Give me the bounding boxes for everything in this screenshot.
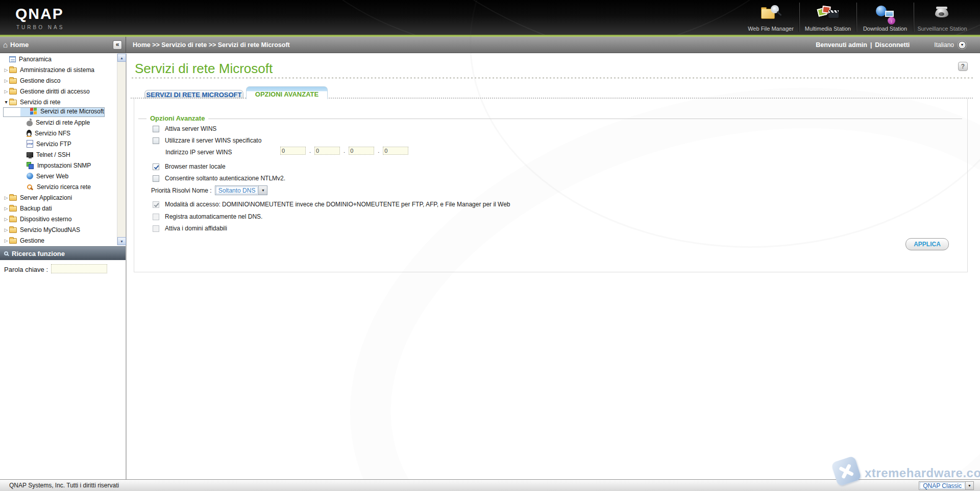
breadcrumb: Home >> Servizio di rete >> Servizi di r… bbox=[133, 37, 290, 53]
folder-icon bbox=[9, 67, 17, 73]
sidebar-item-servizi-di-rete-microsoft[interactable]: Servizi di rete Microsoft bbox=[3, 107, 105, 117]
download-station-icon: ↓ bbox=[873, 4, 897, 25]
function-search-title: Ricerca funzione bbox=[12, 250, 65, 258]
sidebar-item-backup-dati[interactable]: ▷ Backup dati bbox=[0, 203, 117, 214]
copyright-text: QNAP Systems, Inc. Tutti i diritti riser… bbox=[9, 482, 119, 489]
sidebar-collapse-button[interactable]: « bbox=[113, 40, 122, 50]
wins-ip-octet-1[interactable] bbox=[280, 147, 306, 155]
navigation-tree: Panoramica ▷ Amministrazione di sistema … bbox=[0, 54, 117, 245]
wins-ip-octet-3[interactable] bbox=[349, 147, 374, 155]
quicklink-web-file-manager[interactable]: Web File Manager bbox=[743, 2, 799, 33]
sidebar-item-telnet-ssh[interactable]: Telnet / SSH bbox=[0, 149, 117, 160]
surveillance-station-icon bbox=[930, 4, 954, 25]
apple-icon bbox=[27, 121, 33, 126]
quicklink-label: Surveillance Station bbox=[917, 26, 967, 32]
windows-icon bbox=[30, 108, 37, 115]
sidebar-item-gestione-disco[interactable]: ▷ Gestione disco bbox=[0, 75, 117, 86]
tab-opzioni-avanzate[interactable]: OPZIONI AVANZATE bbox=[246, 86, 328, 99]
overview-icon bbox=[9, 56, 16, 62]
option-row: Modalità di accesso: DOMINIO\NOMEUTENTE … bbox=[153, 200, 510, 208]
sidebar-item-server-web[interactable]: Server Web bbox=[0, 171, 117, 181]
checkbox-domini-affidabili[interactable] bbox=[153, 225, 159, 232]
chevron-down-icon[interactable]: ▼ bbox=[258, 186, 267, 195]
logout-link[interactable]: Disconnetti bbox=[875, 41, 910, 49]
quicklink-surveillance-station[interactable]: Surveillance Station bbox=[914, 2, 970, 33]
quicklink-multimedia-station[interactable]: Multimedia Station bbox=[800, 2, 856, 33]
expand-arrow-icon[interactable]: ▷ bbox=[3, 227, 9, 232]
language-dropdown-icon[interactable]: ▼ bbox=[958, 41, 966, 49]
network-nodes-icon bbox=[27, 162, 34, 169]
fieldset-line bbox=[138, 119, 962, 119]
sidebar-item-amministrazione-di-sistema[interactable]: ▷ Amministrazione di sistema bbox=[0, 64, 117, 75]
function-search-header[interactable]: Ricerca funzione bbox=[0, 246, 126, 260]
checkbox-registra-dns[interactable] bbox=[153, 214, 159, 220]
ftp-icon bbox=[27, 140, 33, 148]
wins-ip-octet-2[interactable] bbox=[314, 147, 340, 155]
sidebar-item-servizio-di-rete[interactable]: ▾ Servizio di rete bbox=[0, 97, 117, 107]
multimedia-station-icon bbox=[816, 4, 840, 25]
sidebar-item-servizio-mycloudnas[interactable]: ▷ Servizio MyCloudNAS bbox=[0, 224, 117, 235]
help-button[interactable]: ? bbox=[958, 62, 968, 71]
collapse-arrow-icon[interactable]: ▾ bbox=[3, 99, 9, 105]
network-search-icon bbox=[27, 184, 34, 190]
option-row: Attiva i domini affidabili bbox=[153, 224, 227, 232]
wins-ip-octet-4[interactable] bbox=[383, 147, 408, 155]
scroll-up-icon[interactable]: ▲ bbox=[117, 54, 126, 62]
sidebar-header: ⌂ Home « bbox=[0, 37, 126, 53]
checkbox-attiva-server-wins[interactable] bbox=[153, 126, 159, 132]
keyword-input[interactable] bbox=[51, 264, 107, 273]
welcome-text: Benvenuti admin bbox=[816, 41, 867, 49]
app-header: QNAP TURBO NAS Web File Manager Multimed… bbox=[0, 0, 980, 35]
quicklink-download-station[interactable]: ↓ Download Station bbox=[857, 2, 913, 33]
sidebar-item-gestione[interactable]: ▷ Gestione bbox=[0, 235, 117, 245]
theme-select[interactable]: QNAP Classic ▼ bbox=[919, 481, 974, 490]
scroll-down-icon[interactable]: ▼ bbox=[117, 237, 126, 245]
sidebar: Panoramica ▷ Amministrazione di sistema … bbox=[0, 54, 127, 479]
terminal-monitor-icon bbox=[27, 152, 33, 157]
linux-penguin-icon bbox=[27, 130, 32, 136]
user-area: Benvenuti admin | Disconnetti Italiano ▼ bbox=[816, 37, 966, 53]
chevron-down-icon[interactable]: ▼ bbox=[965, 482, 973, 489]
search-icon bbox=[4, 251, 8, 255]
expand-arrow-icon[interactable]: ▷ bbox=[3, 206, 9, 211]
folder-icon bbox=[9, 217, 17, 222]
sidebar-item-panoramica[interactable]: Panoramica bbox=[0, 54, 117, 64]
expand-arrow-icon[interactable]: ▷ bbox=[3, 217, 9, 222]
expand-arrow-icon[interactable]: ▷ bbox=[3, 67, 9, 73]
expand-arrow-icon[interactable]: ▷ bbox=[3, 195, 9, 200]
sidebar-item-servizi-di-rete-apple[interactable]: Servizi di rete Apple bbox=[0, 117, 117, 128]
apply-button[interactable]: APPLICA bbox=[905, 238, 949, 250]
sidebar-item-servizio-nfs[interactable]: Servizio NFS bbox=[0, 128, 117, 138]
logo-subtitle: TURBO NAS bbox=[16, 25, 64, 30]
web-file-manager-icon bbox=[758, 4, 783, 25]
tree-scrollbar[interactable]: ▲ ▼ bbox=[117, 54, 126, 245]
option-row: Consentire soltanto autenticazione NTLMv… bbox=[153, 174, 285, 182]
option-row: Indirizzo IP server WINS bbox=[165, 148, 232, 156]
quicklink-label: Multimedia Station bbox=[805, 26, 851, 32]
checkbox-browser-master-locale[interactable] bbox=[153, 163, 159, 170]
qnap-logo: QNAP TURBO NAS bbox=[15, 5, 64, 30]
sidebar-item-impostazioni-snmp[interactable]: Impostazioni SNMP bbox=[0, 160, 117, 171]
sidebar-item-servizio-ricerca-rete[interactable]: Servizio ricerca rete bbox=[0, 181, 117, 192]
function-search-body: Parola chiave : bbox=[0, 260, 126, 277]
title-separator bbox=[132, 77, 973, 79]
checkbox-modalita-accesso[interactable] bbox=[153, 201, 159, 208]
sidebar-item-servizio-ftp[interactable]: Servizio FTP bbox=[0, 138, 117, 149]
home-icon: ⌂ bbox=[3, 40, 8, 49]
folder-icon bbox=[9, 89, 17, 95]
sidebar-item-gestione-diritti-di-accesso[interactable]: ▷ Gestione diritti di accesso bbox=[0, 86, 117, 97]
sidebar-item-server-applicazioni[interactable]: ▷ Server Applicazioni bbox=[0, 192, 117, 203]
name-resolve-priority-select[interactable]: Soltanto DNS ▼ bbox=[215, 185, 268, 195]
folder-icon bbox=[9, 195, 17, 201]
option-row: Attiva server WINS bbox=[153, 125, 216, 133]
expand-arrow-icon[interactable]: ▷ bbox=[3, 238, 9, 243]
expand-arrow-icon[interactable]: ▷ bbox=[3, 89, 9, 94]
expand-arrow-icon[interactable]: ▷ bbox=[3, 78, 9, 83]
qnap-admin-page: QNAP TURBO NAS Web File Manager Multimed… bbox=[0, 0, 980, 491]
globe-icon bbox=[27, 173, 33, 179]
sidebar-item-dispositivo-esterno[interactable]: ▷ Dispositivo esterno bbox=[0, 214, 117, 224]
quicklink-label: Download Station bbox=[863, 26, 907, 32]
checkbox-utilizzare-server-wins[interactable] bbox=[153, 137, 159, 144]
ip-dot: . bbox=[378, 148, 379, 154]
checkbox-ntlmv2[interactable] bbox=[153, 175, 159, 182]
